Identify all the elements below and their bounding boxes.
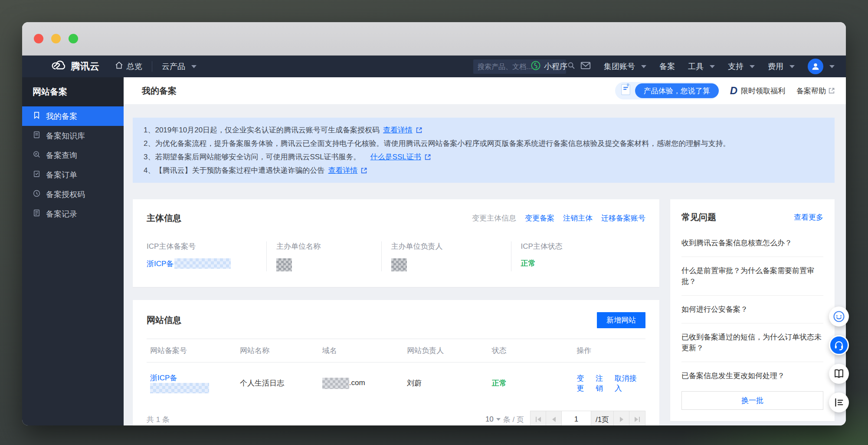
announcement-text: 3、若期望备案后网站能够安全访问，可使用腾讯云SSL证书服务。: [144, 150, 361, 164]
bookmark-icon: [33, 111, 41, 122]
feedback-smiley-button[interactable]: [829, 307, 849, 326]
nav-divider: [152, 61, 152, 72]
nav-group-account-label: 集团账号: [604, 61, 635, 72]
cancel-link[interactable]: 注销: [596, 373, 609, 393]
col-header-record-no: 网站备案号: [147, 339, 236, 363]
faq-card: 常见问题 查看更多 收到腾讯云备案信息核查怎么办？ 什么是前置审批？为什么备案需…: [670, 199, 835, 421]
product-experience-banner[interactable]: 产品体验，您说了算: [615, 82, 719, 99]
prev-page-button[interactable]: [546, 411, 562, 425]
tencent-cloud-logo[interactable]: 腾讯云: [51, 59, 99, 73]
nav-overview[interactable]: 总览: [115, 61, 142, 72]
modify-link[interactable]: 变更: [576, 373, 590, 393]
field-organizer-name: 主办单位名称: [266, 241, 381, 271]
document-icon: [33, 131, 41, 141]
add-website-button[interactable]: 新增网站: [597, 312, 645, 328]
chevron-down-icon: [750, 65, 755, 68]
website-card-title: 网站信息: [147, 314, 181, 326]
nav-billing-label: 费用: [768, 61, 783, 72]
first-page-button[interactable]: [531, 411, 546, 425]
sidebar-item-label: 备案查询: [46, 150, 77, 161]
page-size-select[interactable]: 10 条 / 页: [485, 415, 524, 425]
chevron-down-icon: [191, 65, 197, 68]
avatar[interactable]: [808, 59, 823, 74]
floating-toolbar: [829, 307, 849, 412]
cancel-access-link[interactable]: 取消接入: [615, 373, 642, 393]
zoom-window-button[interactable]: [69, 34, 78, 43]
icp-number-link[interactable]: 浙ICP备: [147, 259, 174, 269]
nav-cloud-products[interactable]: 云产品: [162, 61, 197, 72]
faq-item[interactable]: 已备案信息发生更改如何处理？: [681, 362, 823, 389]
sidebar-item-beian-query[interactable]: 备案查询: [22, 145, 124, 165]
announcement-text: 2、为优化备案流程，提升备案服务体验，腾讯云已全面支持电子化核验。请使用腾讯云网…: [144, 137, 730, 150]
close-window-button[interactable]: [34, 34, 43, 43]
website-table: 网站备案号 网站名称 域名 网站负责人 状态 操作: [147, 339, 645, 405]
faq-item[interactable]: 如何进行公安备案？: [681, 296, 823, 323]
search-doc-icon: [33, 150, 41, 161]
site-owner-cell: 刘蔚: [403, 363, 488, 405]
migrate-account-link[interactable]: 迁移备案账号: [601, 213, 645, 223]
mail-icon[interactable]: [580, 61, 591, 72]
current-page-input[interactable]: 1: [562, 411, 591, 425]
nav-support-label: 支持: [728, 61, 744, 72]
nav-beian-label: 备案: [659, 61, 675, 72]
redacted-value: [391, 258, 407, 271]
sidebar-item-label: 备案订单: [46, 170, 77, 180]
announcement-box: 1、2019年10月20日起，仅企业实名认证的腾讯云账号可生成备案授权码 查看详…: [133, 118, 835, 183]
nav-billing[interactable]: 费用: [768, 61, 795, 72]
view-details-link[interactable]: 查看详情: [383, 123, 413, 137]
sidebar: 网站备案 我的备案: [22, 77, 124, 425]
what-is-ssl-link[interactable]: 什么是SSL证书: [370, 150, 421, 164]
brand-text: 腾讯云: [71, 60, 99, 73]
sidebar-item-authorization-code[interactable]: 备案授权码: [22, 185, 124, 204]
announcement-text: 1、2019年10月20日起，仅企业实名认证的腾讯云账号可生成备案授权码: [144, 123, 380, 137]
refresh-batch-button[interactable]: 换一批: [681, 391, 823, 410]
sidebar-item-label: 我的备案: [46, 111, 77, 122]
faq-item[interactable]: 什么是前置审批？为什么备案需要前置审批？: [681, 257, 823, 296]
sidebar-item-my-beian[interactable]: 我的备案: [22, 106, 124, 126]
promo-link[interactable]: D 限时领取福利: [730, 85, 785, 97]
field-label: ICP主体状态: [521, 241, 637, 251]
main-area: 我的备案 产品体验，您说了算: [124, 77, 846, 425]
beian-help-link[interactable]: 备案帮助: [796, 86, 835, 96]
chevron-down-icon: [829, 65, 835, 68]
sidebar-item-label: 备案授权码: [46, 189, 85, 200]
announcement-line: 3、若期望备案后网站能够安全访问，可使用腾讯云SSL证书服务。 什么是SSL证书: [144, 150, 824, 164]
docs-book-button[interactable]: [829, 364, 849, 384]
field-label: 主办单位名称: [276, 241, 373, 251]
mini-program-icon: [531, 61, 540, 73]
sidebar-item-beian-records[interactable]: 备案记录: [22, 204, 124, 224]
cloud-logo-icon: [51, 59, 66, 73]
next-page-button[interactable]: [614, 411, 629, 425]
page-header: 我的备案 产品体验，您说了算: [124, 77, 846, 104]
minimize-window-button[interactable]: [51, 34, 61, 43]
top-navbar: 腾讯云 总览 云产品: [22, 56, 846, 77]
product-experience-button[interactable]: 产品体验，您说了算: [635, 83, 719, 98]
view-more-link[interactable]: 查看更多: [794, 212, 823, 222]
nav-tools[interactable]: 工具: [688, 61, 715, 72]
site-icp-link[interactable]: 浙ICP备: [150, 374, 177, 382]
nav-support[interactable]: 支持: [728, 61, 755, 72]
last-page-button[interactable]: [629, 411, 645, 425]
col-header-domain: 域名: [319, 339, 404, 363]
view-details-link[interactable]: 查看详情: [328, 164, 357, 177]
feedback-list-button[interactable]: [829, 392, 849, 412]
account-menu[interactable]: [808, 59, 835, 74]
nav-mini-program[interactable]: 小程序: [531, 61, 567, 73]
change-beian-link[interactable]: 变更备案: [525, 213, 554, 223]
nav-beian[interactable]: 备案: [659, 61, 675, 72]
sidebar-item-knowledge-base[interactable]: 备案知识库: [22, 126, 124, 145]
faq-item[interactable]: 已收到备案通过的短信，为什么订单状态未更新？: [681, 323, 823, 362]
cancel-subject-link[interactable]: 注销主体: [563, 213, 593, 223]
beian-help-label: 备案帮助: [796, 86, 826, 96]
customer-service-headset-button[interactable]: [829, 335, 849, 355]
promo-label: 限时领取福利: [741, 86, 785, 96]
order-check-icon: [33, 170, 41, 180]
sidebar-item-beian-orders[interactable]: 备案订单: [22, 165, 124, 185]
redacted-value: [174, 258, 231, 269]
faq-card-title: 常见问题: [681, 211, 716, 223]
sidebar-title: 网站备案: [22, 77, 124, 106]
faq-item[interactable]: 收到腾讯云备案信息核查怎么办？: [681, 229, 823, 257]
chevron-down-icon: [710, 65, 715, 68]
key-circle-icon: [33, 189, 41, 200]
nav-group-account[interactable]: 集团账号: [604, 61, 646, 72]
